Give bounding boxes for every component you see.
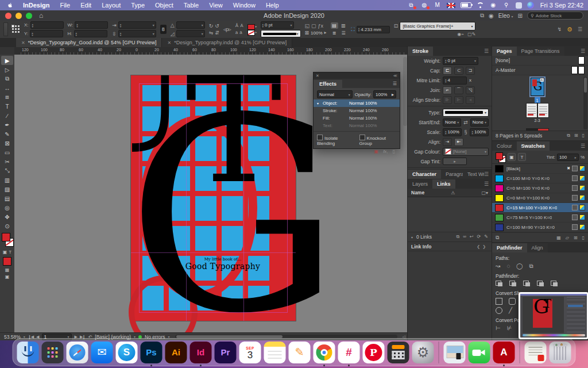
gear-icon[interactable]: ⚙ [567,26,572,33]
apply-gradient-icon[interactable]: ▦ [5,267,10,273]
hand-tool[interactable]: ✥ [1,212,13,221]
fill-stroke-proxy[interactable]: ▸ ▸ [247,24,257,35]
selection-tool[interactable]: ▶ [1,56,13,65]
tab-text-wrap[interactable]: Text Wrap [463,170,484,179]
relink-icon[interactable]: ⧉ [456,234,459,240]
menu-object[interactable]: Object [150,0,179,10]
menu-help[interactable]: Help [261,0,284,10]
toolbar-fill-stroke[interactable] [1,233,13,248]
battery-icon[interactable] [461,2,471,8]
tab-paragraph[interactable]: Paragraph [441,170,463,179]
menu-file[interactable]: File [55,0,75,10]
scale-end-field[interactable]: ▴▾100% [470,128,489,136]
dock-indesign[interactable]: Id [190,342,212,363]
join-path-icon[interactable]: ↝ [496,263,500,270]
link-scale-icon[interactable]: § [464,129,467,135]
style-override-icon[interactable]: ▢✎ [467,32,475,37]
adobe-stock-search[interactable]: ⚲ Adobe Stock [527,12,583,20]
uk-flag-icon[interactable] [447,3,455,8]
tab-pages[interactable]: Pages [492,47,517,56]
fx-icon[interactable]: fx, [383,149,388,154]
corner-options-icon[interactable]: ◱ [305,23,310,29]
screen-mode-icon[interactable]: ▣ [5,274,10,279]
toolbar-fill-swatch[interactable] [2,233,10,241]
minimize-window-button[interactable] [16,13,22,19]
fill-stroke-proxy[interactable] [496,152,505,162]
corner-point-icon[interactable]: ⊬ [507,325,512,332]
round-cap-button[interactable]: ⊂ [454,67,463,75]
dock-docstack[interactable] [525,342,547,363]
scale-x-field[interactable]: ▴▾▾ [118,21,156,29]
effects-opacity-field[interactable]: 100%▸ [373,90,396,98]
object-style-dropdown[interactable]: [Basic Graphics Frame]+▾ [400,22,475,30]
effects-row-fill[interactable]: Fill:Normal 100% [314,114,400,122]
shear-angle-field[interactable]: ▾ [176,30,205,37]
fill-swatch[interactable] [247,24,255,30]
tab-links[interactable]: Links [432,179,455,189]
effects-row-stroke[interactable]: Stroke:Normal 100% [314,107,400,114]
tab-character[interactable]: Character [408,170,441,179]
spotlight-icon[interactable]: ⚲ [502,2,510,9]
menu-table[interactable]: Table [179,0,204,10]
spread-4-5-thumbnail[interactable] [492,128,582,131]
master-a-row[interactable]: A-Master [492,66,588,75]
gap-tool[interactable]: ↔ [1,83,13,93]
update-link-icon[interactable]: ⟳ [477,234,481,240]
char-style-icon-3[interactable]: à [235,30,238,36]
x-field[interactable]: ▴▾ [30,21,64,29]
user-account-icon[interactable]: ◉ [489,2,497,9]
dock-slack[interactable]: # [338,342,360,363]
align-left-button[interactable]: ≣ [331,30,338,36]
apple-icon[interactable] [7,2,13,9]
user-icon[interactable]: ◉ [489,13,494,19]
pencil-tool[interactable]: ✎ [1,129,13,139]
align-arrow-tip-button[interactable]: ⇥ [443,138,452,146]
align-arrow-end-button[interactable]: ⇤ [454,138,463,146]
pages-thumbnails[interactable]: A 1 2-3 [492,75,588,131]
frame-tool[interactable]: ⊠ [1,139,13,148]
dock-skype[interactable]: S [116,342,138,363]
gradient-tool[interactable]: ▥ [1,175,13,185]
panel-menu-icon[interactable]: ☰ [581,48,585,54]
link-info-section[interactable]: Link Info ❮❯ [408,242,492,251]
menu-view[interactable]: View [204,0,228,10]
tint-field[interactable]: 100▸ [557,154,579,161]
reverse-path-icon[interactable]: ⧉ [529,263,533,270]
poster-title-text[interactable]: My little book of... Good Typography [177,257,269,271]
doc-tab-inactive[interactable]: ✕ *Design_Typography.indd @ 41% [GPU Pre… [162,38,292,47]
dock-notes[interactable] [264,342,286,363]
note-tool[interactable]: ▤ [1,194,13,203]
apply-colour-button[interactable] [3,257,11,266]
display-icon[interactable] [516,2,522,9]
goto-link-icon[interactable]: ↩ [470,234,474,240]
tab-swatches[interactable]: Swatches [517,141,550,151]
flip-horizontal-button[interactable]: ⇋ [209,30,214,36]
spread-2-3-thumbnail[interactable]: 2-3 [492,103,582,122]
siri-icon[interactable] [527,2,534,9]
dock-safari[interactable] [67,342,88,363]
formatting-container-icon[interactable]: ▣ [3,250,7,255]
dock-chrome[interactable] [314,342,335,363]
pages-scrollbar[interactable] [583,76,587,129]
stroke-swatch[interactable] [247,30,255,36]
free-transform-tool[interactable]: ⤡ [1,166,13,175]
dock-pinterest[interactable]: P [363,342,385,363]
effects-panel-header[interactable]: ✕≪ [314,72,400,79]
bevel-join-button[interactable]: ◹ [466,86,475,94]
stroke-weight-field[interactable]: ▴▾0 pt▾ [443,57,478,65]
malwarebytes-icon[interactable]: M [434,2,442,9]
dock-mail[interactable] [91,342,113,363]
stroke-type-dropdown[interactable]: ▾ [261,30,301,37]
char-style-icon-4[interactable]: â [239,30,242,36]
wrap-around-button[interactable]: ▥ [340,22,347,29]
align-columns-button[interactable]: ☰ [340,30,347,36]
edit-original-icon[interactable]: ✎ [484,234,488,240]
panel-menu-icon[interactable]: ☰ [484,171,489,177]
dock-trash[interactable] [550,342,571,363]
zoom-window-button[interactable] [26,13,32,19]
canvas-vertical-scrollbar[interactable] [403,57,407,126]
scale-y-field[interactable]: ▴▾▾ [118,30,156,37]
close-panel-icon[interactable]: ✕ [316,74,319,78]
master-none-row[interactable]: [None] [492,56,588,66]
home-icon[interactable]: ⌂ [39,12,43,20]
